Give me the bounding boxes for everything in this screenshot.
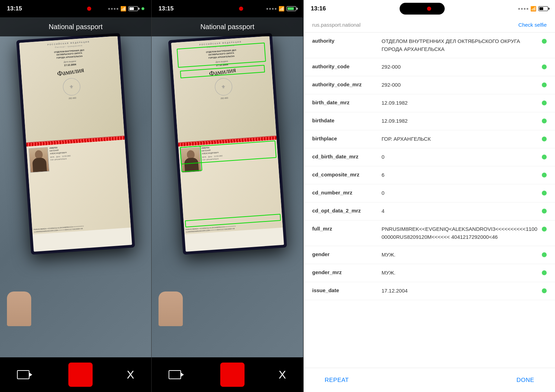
status-notch-1 xyxy=(53,3,98,15)
result-key-gender_mrz: gender_mrz xyxy=(312,269,382,275)
camera-title-bar-2: National passport xyxy=(152,17,303,36)
result-row-birthdate: birthdate12.09.1982 xyxy=(304,112,555,130)
close-button-2[interactable]: X xyxy=(279,368,286,381)
signal-dots-2 xyxy=(266,8,276,10)
result-row-cd_birth_date_mrz: cd_birth_date_mrz0 xyxy=(304,148,555,166)
battery-fill-2 xyxy=(288,7,294,10)
camera-controls-2: X xyxy=(152,357,303,392)
right-notch-dot xyxy=(427,7,431,11)
result-row-birth_date_mrz: birth_date_mrz12.09.1982 xyxy=(304,94,555,112)
camera-title-1: National passport xyxy=(49,23,103,31)
record-button-2[interactable] xyxy=(220,363,245,387)
status-dot-birth_date_mrz xyxy=(542,101,547,105)
result-row-authority_code_mrz: authority_code_mrz292-000 xyxy=(304,76,555,94)
result-row-birthplace: birthplaceГОР. АРХАНГЕЛЬСК xyxy=(304,130,555,148)
camera-title-bar-1: National passport xyxy=(0,17,151,36)
record-button-1[interactable] xyxy=(68,363,93,387)
result-row-authority: authorityОТДЕЛОМ ВНУТРЕННИХ ДЕЛ ОКТЯБРЬС… xyxy=(304,33,555,58)
result-row-cd_number_mrz: cd_number_mrz0 xyxy=(304,184,555,202)
result-value-issue_date: 17.12.2004 xyxy=(382,287,538,295)
phone-screen-1: 13:15 📶 Nati xyxy=(0,0,152,392)
result-key-cd_opt_data_2_mrz: cd_opt_data_2_mrz xyxy=(312,207,382,214)
right-status-time: 13:16 xyxy=(311,5,326,12)
result-row-gender_mrz: gender_mrzМУЖ. xyxy=(304,264,555,282)
signal-dot xyxy=(275,8,276,10)
hand-1 xyxy=(7,291,31,326)
battery-icon-1 xyxy=(128,6,138,11)
result-value-gender_mrz: МУЖ. xyxy=(382,269,538,277)
status-icons-2: 📶 xyxy=(266,6,296,11)
video-icon-2[interactable] xyxy=(169,368,186,381)
camera-view-1: National passport РОССИЙСКАЯ ФЕДЕРАЦИЯ П… xyxy=(0,17,151,357)
result-value-cd_composite_mrz: 6 xyxy=(382,171,538,179)
status-dot-authority_code xyxy=(542,64,547,69)
signal-dot xyxy=(272,8,274,10)
result-row-gender: genderМУЖ. xyxy=(304,246,555,264)
results-list: authorityОТДЕЛОМ ВНУТРЕННИХ ДЕЛ ОКТЯБРЬС… xyxy=(304,33,555,368)
hand-2 xyxy=(159,291,183,326)
video-icon-1[interactable] xyxy=(17,368,34,381)
result-key-gender: gender xyxy=(312,251,382,257)
right-status-bar: 13:16 📶 xyxy=(304,0,555,17)
result-key-cd_number_mrz: cd_number_mrz xyxy=(312,189,382,195)
status-dot-full_mrz xyxy=(542,227,547,232)
result-value-authority: ОТДЕЛОМ ВНУТРЕННИХ ДЕЛ ОКТЯБРЬСКОГО ОКРУ… xyxy=(382,37,538,53)
notch-dot-1 xyxy=(87,7,91,11)
battery-tip-2 xyxy=(297,8,298,10)
signal-dots-1 xyxy=(108,8,118,10)
passport-book-1: РОССИЙСКАЯ ФЕДЕРАЦИЯ Паспорт гражданина … xyxy=(16,33,135,254)
signal-dot xyxy=(269,8,271,10)
signal-dot xyxy=(266,8,268,10)
status-dot-gender_mrz xyxy=(542,270,547,275)
right-battery xyxy=(538,6,548,11)
right-footer: REPEAT DONE xyxy=(304,368,555,392)
status-time-2: 13:15 xyxy=(159,5,173,12)
status-bar-2: 13:15 📶 xyxy=(152,0,303,17)
passport-view-1: РОССИЙСКАЯ ФЕДЕРАЦИЯ Паспорт гражданина … xyxy=(0,17,151,357)
right-panel: 13:16 📶 rus.passport.national Check self… xyxy=(304,0,555,392)
result-key-full_mrz: full_mrz xyxy=(312,225,382,232)
camera-view-2: National passport РОССИЙСКАЯ ФЕДЕРАЦИЯ П… xyxy=(152,17,303,357)
result-key-birthplace: birthplace xyxy=(312,135,382,141)
status-dot-cd_opt_data_2_mrz xyxy=(542,209,547,214)
result-key-cd_birth_date_mrz: cd_birth_date_mrz xyxy=(312,153,382,159)
signal-dot xyxy=(108,8,110,10)
result-row-issue_date: issue_date17.12.2004 xyxy=(304,282,555,300)
close-button-1[interactable]: X xyxy=(127,368,134,381)
status-notch-2 xyxy=(205,3,250,15)
result-key-authority: authority xyxy=(312,37,382,44)
passport-book-2: РОССИЙСКАЯ ФЕДЕРАЦИЯ Паспорт гражданина … xyxy=(168,33,287,254)
charging-dot-1 xyxy=(142,7,144,10)
status-dot-authority_code_mrz xyxy=(542,82,547,87)
result-key-birth_date_mrz: birth_date_mrz xyxy=(312,99,382,105)
right-wifi-icon: 📶 xyxy=(530,6,536,11)
camera-controls-1: X xyxy=(0,357,151,392)
status-bar-1: 13:15 📶 xyxy=(0,0,151,17)
camera-title-2: National passport xyxy=(200,23,255,31)
right-status-icons: 📶 xyxy=(518,6,548,11)
result-value-full_mrz: PNRUSIM8REK<<EVGENIQ<ALEKSANDROVI3<<<<<<… xyxy=(382,225,538,241)
result-value-gender: МУЖ. xyxy=(382,251,538,259)
subheader-title: rus.passport.national xyxy=(312,22,360,28)
notch-dot-2 xyxy=(239,7,243,11)
status-dot-gender xyxy=(542,252,547,257)
right-subheader: rus.passport.national Check selfie xyxy=(304,17,555,33)
done-button[interactable]: DONE xyxy=(516,377,534,384)
repeat-button[interactable]: REPEAT xyxy=(325,377,349,384)
result-key-authority_code: authority_code xyxy=(312,63,382,69)
status-icons-1: 📶 xyxy=(108,6,144,11)
phone-screen-2: 13:15 📶 National pass xyxy=(152,0,303,392)
check-selfie-button[interactable]: Check selfie xyxy=(518,22,547,28)
result-value-authority_code: 292-000 xyxy=(382,63,538,71)
passport-view-2: РОССИЙСКАЯ ФЕДЕРАЦИЯ Паспорт гражданина … xyxy=(152,17,303,357)
right-notch xyxy=(400,3,445,15)
status-dot-birthplace xyxy=(542,137,547,141)
status-dot-issue_date xyxy=(542,288,547,293)
wifi-icon-1: 📶 xyxy=(120,6,126,11)
result-row-cd_composite_mrz: cd_composite_mrz6 xyxy=(304,166,555,184)
signal-dot xyxy=(117,8,118,10)
signal-dot xyxy=(114,8,116,10)
result-value-cd_opt_data_2_mrz: 4 xyxy=(382,207,538,215)
result-key-cd_composite_mrz: cd_composite_mrz xyxy=(312,171,382,177)
status-dot-cd_composite_mrz xyxy=(542,173,547,177)
